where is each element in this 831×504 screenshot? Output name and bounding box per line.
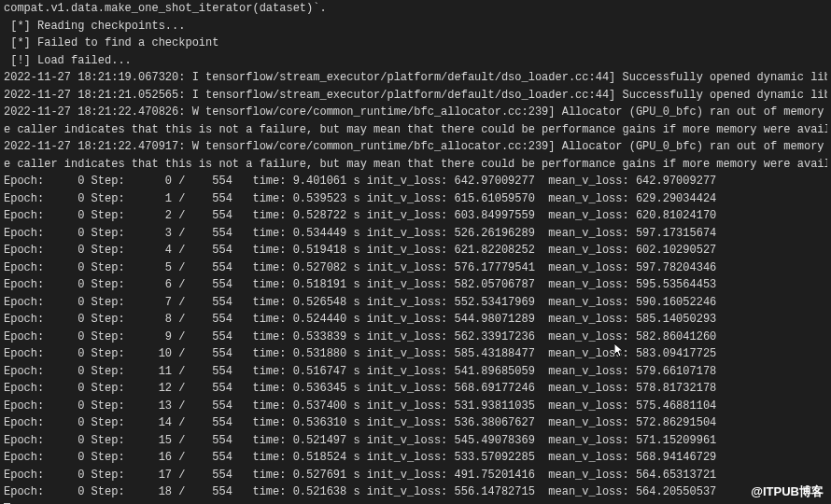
epoch-line: Epoch: 0 Step: 12 / 554 time: 0.536345 s… bbox=[4, 380, 827, 398]
epoch-line: Epoch: 0 Step: 8 / 554 time: 0.524440 s … bbox=[4, 311, 827, 329]
terminal-line: [!] Load failed... bbox=[4, 52, 827, 70]
epoch-line: Epoch: 0 Step: 1 / 554 time: 0.539523 s … bbox=[4, 190, 827, 208]
epoch-line: Epoch: 0 Step: 4 / 554 time: 0.519418 s … bbox=[4, 242, 827, 259]
terminal-line: [*] Failed to find a checkpoint bbox=[4, 35, 827, 52]
epoch-line: Epoch: 0 Step: 18 / 554 time: 0.521638 s… bbox=[4, 483, 827, 501]
epoch-line: Epoch: 0 Step: 9 / 554 time: 0.533839 s … bbox=[4, 329, 827, 346]
watermark-label: @ITPUB博客 bbox=[751, 483, 824, 501]
epoch-line: Epoch: 0 Step: 6 / 554 time: 0.518191 s … bbox=[4, 276, 827, 294]
epoch-line: Epoch: 0 Step: 13 / 554 time: 0.537400 s… bbox=[4, 398, 827, 415]
epoch-line: Epoch: 0 Step: 10 / 554 time: 0.531880 s… bbox=[4, 345, 827, 363]
log-line: e caller indicates that this is not a fa… bbox=[4, 121, 827, 139]
log-line: 2022-11-27 18:21:22.470826: W tensorflow… bbox=[4, 104, 827, 121]
log-line: 2022-11-27 18:21:21.052565: I tensorflow… bbox=[4, 87, 827, 105]
epoch-line: Epoch: 0 Step: 15 / 554 time: 0.521497 s… bbox=[4, 432, 827, 450]
terminal-line: compat.v1.data.make_one_shot_iterator(da… bbox=[4, 0, 827, 18]
epoch-line: Epoch: 0 Step: 5 / 554 time: 0.527082 s … bbox=[4, 259, 827, 277]
terminal-output[interactable]: compat.v1.data.make_one_shot_iterator(da… bbox=[4, 0, 827, 504]
terminal-cursor-line bbox=[4, 501, 827, 505]
epoch-line: Epoch: 0 Step: 17 / 554 time: 0.527691 s… bbox=[4, 467, 827, 484]
log-line: e caller indicates that this is not a fa… bbox=[4, 156, 827, 174]
epoch-line: Epoch: 0 Step: 2 / 554 time: 0.528722 s … bbox=[4, 207, 827, 225]
epoch-line: Epoch: 0 Step: 7 / 554 time: 0.526548 s … bbox=[4, 294, 827, 312]
epoch-line: Epoch: 0 Step: 0 / 554 time: 9.401061 s … bbox=[4, 173, 827, 190]
log-line: 2022-11-27 18:21:19.067320: I tensorflow… bbox=[4, 69, 827, 87]
epoch-line: Epoch: 0 Step: 16 / 554 time: 0.518524 s… bbox=[4, 449, 827, 467]
epoch-line: Epoch: 0 Step: 11 / 554 time: 0.516747 s… bbox=[4, 363, 827, 381]
terminal-line: [*] Reading checkpoints... bbox=[4, 18, 827, 35]
epoch-line: Epoch: 0 Step: 14 / 554 time: 0.536310 s… bbox=[4, 414, 827, 432]
log-line: 2022-11-27 18:21:22.470917: W tensorflow… bbox=[4, 138, 827, 156]
epoch-line: Epoch: 0 Step: 3 / 554 time: 0.534449 s … bbox=[4, 225, 827, 243]
